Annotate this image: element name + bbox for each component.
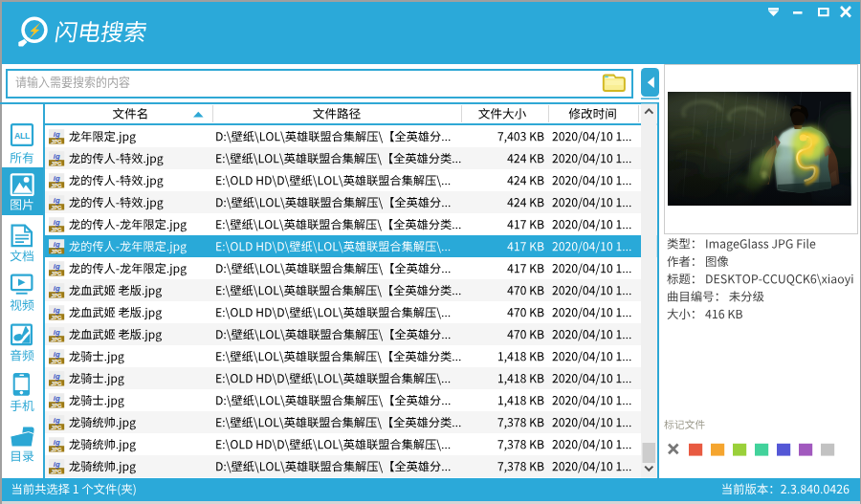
svg-text:JPG: JPG (51, 447, 62, 452)
svg-text:ig: ig (54, 438, 60, 447)
svg-text:ig: ig (54, 174, 60, 183)
svg-text:ig: ig (54, 152, 60, 161)
svg-text:JPG: JPG (51, 425, 62, 430)
svg-text:JPG: JPG (51, 403, 62, 408)
svg-text:JPG: JPG (51, 183, 62, 188)
svg-text:ig: ig (54, 306, 60, 315)
svg-text:ig: ig (54, 196, 60, 205)
svg-text:ig: ig (54, 262, 60, 271)
svg-text:ig: ig (54, 416, 60, 425)
svg-text:ig: ig (54, 372, 60, 381)
svg-text:JPG: JPG (51, 293, 62, 298)
svg-text:JPG: JPG (51, 469, 62, 474)
svg-text:ig: ig (54, 350, 60, 359)
svg-text:ig: ig (54, 130, 60, 139)
svg-text:ig: ig (54, 460, 60, 469)
svg-text:ig: ig (54, 328, 60, 337)
svg-text:ig: ig (54, 284, 60, 293)
svg-text:JPG: JPG (51, 381, 62, 386)
svg-text:JPG: JPG (51, 315, 62, 320)
svg-text:JPG: JPG (51, 139, 62, 144)
svg-text:ig: ig (54, 240, 60, 249)
svg-text:JPG: JPG (51, 161, 62, 166)
svg-text:ALL: ALL (14, 131, 30, 141)
svg-text:JPG: JPG (51, 359, 62, 364)
svg-text:ig: ig (54, 394, 60, 403)
svg-text:JPG: JPG (51, 337, 62, 342)
svg-text:JPG: JPG (51, 271, 62, 276)
svg-text:JPG: JPG (51, 227, 62, 232)
svg-text:JPG: JPG (51, 205, 62, 210)
svg-text:ig: ig (54, 218, 60, 227)
svg-text:JPG: JPG (51, 249, 62, 254)
